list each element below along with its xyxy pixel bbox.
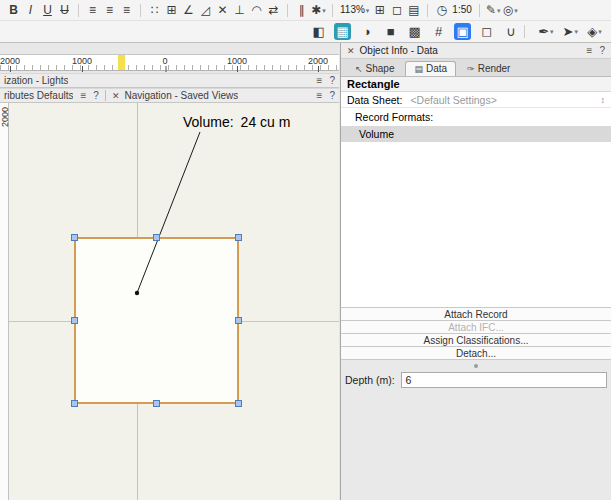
- close-icon[interactable]: ✕: [112, 91, 120, 101]
- snap-points-icon[interactable]: ∷: [146, 2, 163, 19]
- volume-annotation[interactable]: Volume:24 cu m: [183, 114, 290, 130]
- snap-settings-icon[interactable]: ✱▾: [310, 2, 327, 19]
- view-cube-icon[interactable]: ◻: [478, 23, 495, 40]
- pointer-tool-icon[interactable]: ➤▾: [562, 23, 579, 40]
- fit-objects-icon[interactable]: ⊞: [371, 2, 388, 19]
- close-icon[interactable]: ✕: [347, 46, 355, 56]
- palette-bar-navigation[interactable]: ributes Defaults ≡ ? ✕ Navigation - Save…: [0, 88, 339, 103]
- pen-tools-group: ✎▾ ◎▾: [485, 2, 519, 19]
- align-center-icon[interactable]: ≡: [101, 2, 118, 19]
- stepper-icon[interactable]: ↕: [601, 95, 606, 105]
- fit-page-icon[interactable]: ◻: [388, 2, 405, 19]
- palette-title: ributes Defaults: [4, 90, 73, 101]
- zoom-level-control[interactable]: 113%▾: [338, 2, 371, 19]
- tab-render[interactable]: ✑ Render: [458, 61, 519, 76]
- snap-edge-icon[interactable]: ◿: [197, 2, 214, 19]
- tab-shape[interactable]: ↖ Shape: [346, 61, 403, 76]
- snap-angle-icon[interactable]: ∠: [180, 2, 197, 19]
- toolbar-separator: [287, 4, 288, 17]
- magnet-icon[interactable]: ∪: [502, 23, 519, 40]
- data-sheet-label: Data Sheet:: [347, 94, 402, 106]
- drawing-canvas[interactable]: Volume:24 cu m 2000: [0, 103, 339, 500]
- hatch-style-icon[interactable]: ▩: [406, 23, 423, 40]
- selection-handle[interactable]: [235, 234, 242, 241]
- eyedropper-icon[interactable]: ◎▾: [502, 2, 519, 19]
- layer-options-icon[interactable]: ▤: [405, 2, 422, 19]
- menu-icon[interactable]: ≡: [80, 90, 86, 101]
- align-group: ≡ ≡ ≡: [84, 2, 135, 19]
- top-toolbar: B I U U ≡ ≡ ≡: [0, 0, 611, 43]
- tab-label: Shape: [366, 63, 395, 74]
- caret-down-icon: ▾: [574, 28, 578, 35]
- palette-footer: Depth (m): 6: [341, 360, 611, 500]
- scale-group: ◷ 1:50: [433, 2, 473, 19]
- snap-to-grid-icon[interactable]: ⊞: [163, 2, 180, 19]
- fill-style-icon[interactable]: ■: [382, 23, 399, 40]
- snap-distribute-icon[interactable]: ⇄: [265, 2, 282, 19]
- selection-handle[interactable]: [71, 400, 78, 407]
- toolbar-separator: [140, 4, 141, 17]
- menu-icon[interactable]: ≡: [587, 45, 593, 56]
- selection-handle[interactable]: [71, 317, 78, 324]
- snap-toggle-group: ∥ ✱▾: [293, 2, 327, 19]
- caret-down-icon: ▾: [366, 7, 370, 14]
- italic-icon[interactable]: I: [22, 2, 39, 19]
- rectangle-object[interactable]: [74, 237, 239, 404]
- bucket-tool-icon[interactable]: ◈▾: [586, 23, 603, 40]
- pen-style-icon[interactable]: ✒▾: [537, 23, 554, 40]
- viewport-icon[interactable]: ◧: [310, 23, 327, 40]
- selection-handle[interactable]: [153, 400, 160, 407]
- align-right-icon[interactable]: ≡: [118, 2, 135, 19]
- render-mode-icon[interactable]: ◑: [358, 23, 375, 40]
- record-volume[interactable]: Volume: [341, 126, 611, 142]
- caret-down-icon: ▾: [598, 28, 602, 35]
- selection-handle[interactable]: [235, 400, 242, 407]
- selection-handle[interactable]: [153, 234, 160, 241]
- drawing-workspace: 2000 1000 0 1000 2000 ization - Lights ≡…: [0, 43, 339, 500]
- menu-icon[interactable]: ≡: [317, 75, 323, 86]
- help-icon[interactable]: ?: [329, 90, 335, 101]
- pen-tool-icon[interactable]: ✎▾: [485, 2, 502, 19]
- palette-bar-lights[interactable]: ization - Lights ≡ ?: [0, 73, 339, 88]
- help-icon[interactable]: ?: [329, 75, 335, 86]
- object-info-tabs: ↖ Shape ▤ Data ✑ Render: [341, 59, 611, 77]
- working-plane-icon[interactable]: ▣: [454, 23, 471, 40]
- volume-value: 24 cu m: [241, 114, 291, 130]
- toolbar-separator: [427, 4, 428, 17]
- selection-handle[interactable]: [235, 317, 242, 324]
- snap-tangent-icon[interactable]: ◠: [248, 2, 265, 19]
- layer-scale-label[interactable]: 1:50: [450, 2, 473, 19]
- help-icon[interactable]: ?: [93, 90, 99, 101]
- vectorworks-window: B I U U ≡ ≡ ≡: [0, 0, 611, 500]
- caret-down-icon: ▾: [322, 7, 326, 14]
- clock-icon[interactable]: ◷: [433, 2, 450, 19]
- detach-button[interactable]: Detach...: [341, 347, 611, 360]
- strikethrough-icon[interactable]: U: [56, 2, 73, 19]
- attach-ifc-button[interactable]: Attach IFC...: [341, 321, 611, 334]
- tab-icon: ↖: [355, 64, 363, 74]
- object-info-palette: ✕ Object Info - Data ≡ ? ↖ Shape ▤ Data: [340, 43, 611, 500]
- resize-handle-icon[interactable]: [474, 364, 478, 368]
- grid-icon[interactable]: #: [430, 23, 447, 40]
- worksheet-icon[interactable]: ▦: [334, 23, 351, 40]
- view-modes-group: ◧ ▦ ◑ ■ ▩ # ▣ ◻ ∪: [303, 23, 519, 40]
- attach-record-button[interactable]: Attach Record: [341, 308, 611, 321]
- pause-snapping-icon[interactable]: ∥: [293, 2, 310, 19]
- depth-field[interactable]: 6: [401, 372, 607, 388]
- data-sheet-dropdown[interactable]: <Default Settings>: [410, 94, 496, 106]
- align-left-icon[interactable]: ≡: [84, 2, 101, 19]
- bold-icon[interactable]: B: [5, 2, 22, 19]
- toolbar-row-2: ◧ ▦ ◑ ■ ▩ # ▣ ◻ ∪: [0, 21, 611, 42]
- snap-perpendicular-icon[interactable]: ⊥: [231, 2, 248, 19]
- snap-intersection-icon[interactable]: ✕: [214, 2, 231, 19]
- tab-icon: ▤: [414, 64, 423, 74]
- toolbar-separator: [332, 4, 333, 17]
- ruler-label: 0: [162, 56, 167, 66]
- assign-classifications-button[interactable]: Assign Classifications...: [341, 334, 611, 347]
- tab-data[interactable]: ▤ Data: [405, 61, 456, 76]
- menu-icon[interactable]: ≡: [317, 90, 323, 101]
- object-info-header[interactable]: ✕ Object Info - Data ≡ ?: [341, 43, 611, 59]
- underline-icon[interactable]: U: [39, 2, 56, 19]
- selection-handle[interactable]: [71, 234, 78, 241]
- help-icon[interactable]: ?: [599, 45, 605, 56]
